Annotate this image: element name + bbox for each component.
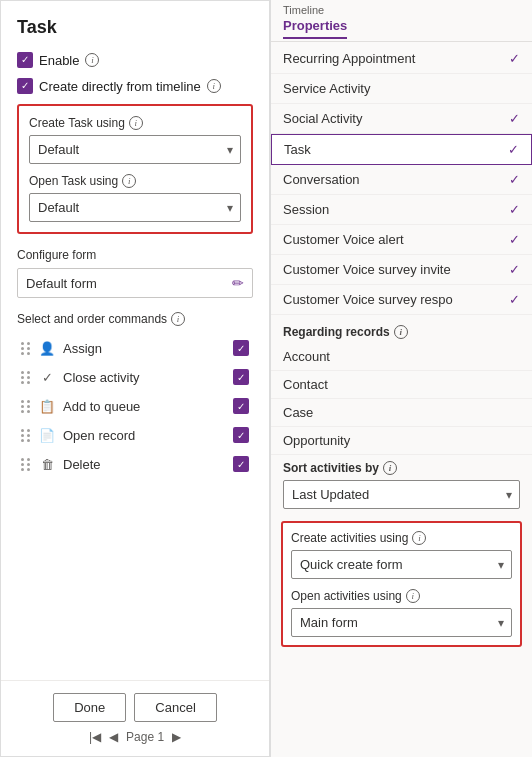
regarding-records-info-icon[interactable]: i — [394, 325, 408, 339]
prev-page-icon[interactable]: ◀ — [109, 730, 118, 744]
queue-cmd-icon: 📋 — [39, 399, 55, 414]
create-activities-label-text: Create activities using — [291, 531, 408, 545]
regarding-opportunity-text: Opportunity — [283, 433, 350, 448]
sort-info-icon[interactable]: i — [383, 461, 397, 475]
open-activities-select-wrapper: Main form ▾ — [291, 608, 512, 637]
regarding-case[interactable]: Case — [271, 399, 532, 427]
command-item-queue: 📋 Add to queue ✓ — [17, 392, 253, 421]
sort-select[interactable]: Last Updated — [283, 480, 520, 509]
sort-label-text: Sort activities by — [283, 461, 379, 475]
drag-dot — [27, 400, 30, 403]
command-item-delete: 🗑 Delete ✓ — [17, 450, 253, 479]
properties-tab[interactable]: Properties — [283, 18, 347, 39]
create-task-select-wrapper: Default ▾ — [29, 135, 241, 164]
next-page-icon[interactable]: ▶ — [172, 730, 181, 744]
close-cmd-checkbox[interactable]: ✓ — [233, 369, 249, 385]
enable-info-icon[interactable]: i — [85, 53, 99, 67]
drag-dot — [27, 439, 30, 442]
drag-dot — [21, 381, 24, 384]
drag-dot — [21, 458, 24, 461]
configure-form-value: Default form — [26, 276, 97, 291]
queue-cmd-checkbox[interactable]: ✓ — [233, 398, 249, 414]
close-cmd-text: Close activity — [63, 370, 225, 385]
drag-handle-assign[interactable] — [21, 342, 31, 355]
activity-conversation[interactable]: Conversation ✓ — [271, 165, 532, 195]
open-record-cmd-checkmark: ✓ — [237, 430, 245, 441]
open-task-select-wrapper: Default ▾ — [29, 193, 241, 222]
create-task-label: Create Task using — [29, 116, 125, 130]
activity-service-activity[interactable]: Service Activity — [271, 74, 532, 104]
edit-form-icon[interactable]: ✏ — [232, 275, 244, 291]
drag-dot — [21, 405, 24, 408]
regarding-contact[interactable]: Contact — [271, 371, 532, 399]
create-directly-checkbox[interactable]: ✓ — [17, 78, 33, 94]
activity-social-activity[interactable]: Social Activity ✓ — [271, 104, 532, 134]
drag-dot — [21, 468, 24, 471]
activity-cv-survey-response[interactable]: Customer Voice survey respo ✓ — [271, 285, 532, 315]
delete-cmd-text: Delete — [63, 457, 225, 472]
open-activities-info-icon[interactable]: i — [406, 589, 420, 603]
activity-cv-survey-invite-text: Customer Voice survey invite — [283, 262, 451, 277]
create-activities-select[interactable]: Quick create form — [291, 550, 512, 579]
drag-dot — [27, 381, 30, 384]
commands-info-icon[interactable]: i — [171, 312, 185, 326]
activity-session[interactable]: Session ✓ — [271, 195, 532, 225]
activity-service-activity-text: Service Activity — [283, 81, 370, 96]
done-button[interactable]: Done — [53, 693, 126, 722]
commands-label-text: Select and order commands — [17, 312, 167, 326]
configure-form-section-label: Configure form — [17, 248, 253, 262]
open-task-label: Open Task using — [29, 174, 118, 188]
panel-footer: Done Cancel |◀ ◀ Page 1 ▶ — [1, 680, 269, 756]
activity-conversation-text: Conversation — [283, 172, 360, 187]
regarding-account[interactable]: Account — [271, 343, 532, 371]
drag-dot — [27, 463, 30, 466]
right-panel: Timeline Properties Recurring Appointmen… — [270, 0, 532, 757]
enable-checkbox[interactable]: ✓ — [17, 52, 33, 68]
create-activities-box: Create activities using i Quick create f… — [281, 521, 522, 647]
activity-cv-alert-text: Customer Voice alert — [283, 232, 404, 247]
open-task-info-icon[interactable]: i — [122, 174, 136, 188]
first-page-icon[interactable]: |◀ — [89, 730, 101, 744]
delete-cmd-checkbox[interactable]: ✓ — [233, 456, 249, 472]
activity-cv-alert[interactable]: Customer Voice alert ✓ — [271, 225, 532, 255]
activity-social-activity-check: ✓ — [509, 111, 520, 126]
drag-dot — [21, 400, 24, 403]
drag-handle-queue[interactable] — [21, 400, 31, 413]
assign-cmd-checkmark: ✓ — [237, 343, 245, 354]
activity-task-check: ✓ — [508, 142, 519, 157]
close-cmd-icon: ✓ — [39, 370, 55, 385]
drag-dot — [27, 458, 30, 461]
drag-dot — [27, 405, 30, 408]
drag-dots-open — [21, 429, 31, 442]
assign-cmd-checkbox[interactable]: ✓ — [233, 340, 249, 356]
sort-label-row: Sort activities by i — [283, 461, 520, 475]
sort-select-wrapper: Last Updated ▾ — [283, 480, 520, 509]
drag-handle-close[interactable] — [21, 371, 31, 384]
open-task-select[interactable]: Default — [29, 193, 241, 222]
activity-session-check: ✓ — [509, 202, 520, 217]
open-activities-select[interactable]: Main form — [291, 608, 512, 637]
left-panel-content: Task ✓ Enable i ✓ Create directly from t… — [1, 1, 269, 680]
delete-cmd-checkmark: ✓ — [237, 459, 245, 470]
timeline-breadcrumb: Timeline — [271, 0, 532, 18]
drag-handle-open[interactable] — [21, 429, 31, 442]
command-item-close: ✓ Close activity ✓ — [17, 363, 253, 392]
create-activities-info-icon[interactable]: i — [412, 531, 426, 545]
activity-task[interactable]: Task ✓ — [271, 134, 532, 165]
create-directly-label: Create directly from timeline — [39, 79, 201, 94]
footer-buttons: Done Cancel — [17, 693, 253, 722]
create-task-info-icon[interactable]: i — [129, 116, 143, 130]
queue-cmd-text: Add to queue — [63, 399, 225, 414]
activity-session-text: Session — [283, 202, 329, 217]
cancel-button[interactable]: Cancel — [134, 693, 216, 722]
drag-handle-delete[interactable] — [21, 458, 31, 471]
create-activities-select-wrapper: Quick create form ▾ — [291, 550, 512, 579]
regarding-opportunity[interactable]: Opportunity — [271, 427, 532, 455]
activity-cv-survey-invite[interactable]: Customer Voice survey invite ✓ — [271, 255, 532, 285]
open-record-cmd-checkbox[interactable]: ✓ — [233, 427, 249, 443]
create-directly-info-icon[interactable]: i — [207, 79, 221, 93]
create-task-select[interactable]: Default — [29, 135, 241, 164]
drag-dot — [21, 347, 24, 350]
activity-recurring-appointment[interactable]: Recurring Appointment ✓ — [271, 44, 532, 74]
pagination: |◀ ◀ Page 1 ▶ — [17, 730, 253, 744]
